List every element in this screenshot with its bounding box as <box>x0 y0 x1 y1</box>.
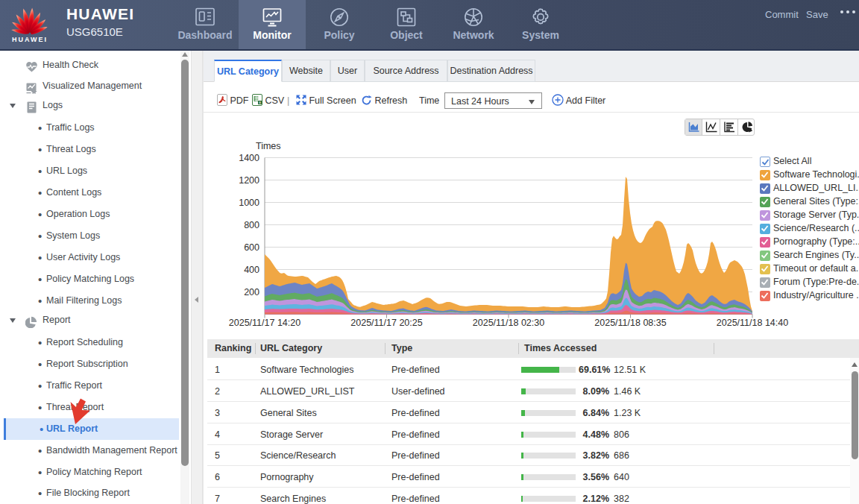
svg-text:2025/11/18 14:40: 2025/11/18 14:40 <box>717 318 788 328</box>
svg-text:2025/11/18 08:35: 2025/11/18 08:35 <box>594 318 666 328</box>
svg-text:1000: 1000 <box>239 198 259 208</box>
svg-text:800: 800 <box>244 220 259 230</box>
svg-text:1400: 1400 <box>239 153 259 163</box>
svg-text:400: 400 <box>244 265 259 275</box>
svg-text:200: 200 <box>244 287 259 297</box>
svg-text:600: 600 <box>244 242 259 253</box>
svg-text:2025/11/17 14:20: 2025/11/17 14:20 <box>229 318 301 328</box>
svg-text:2025/11/17 20:25: 2025/11/17 20:25 <box>350 318 422 328</box>
svg-text:2025/11/18 02:30: 2025/11/18 02:30 <box>473 318 544 328</box>
svg-text:1200: 1200 <box>239 175 259 186</box>
svg-text:Times: Times <box>256 141 281 151</box>
